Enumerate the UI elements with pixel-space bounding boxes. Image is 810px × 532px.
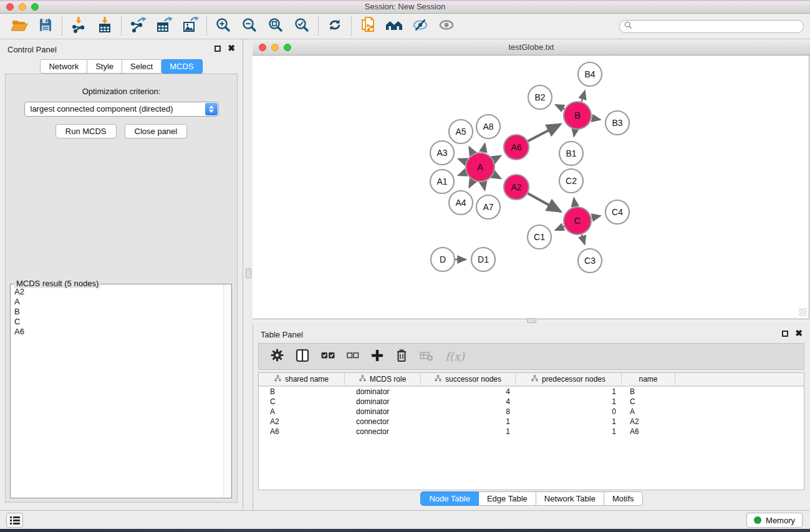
network-node-C2[interactable]: C2: [559, 169, 583, 193]
home-view-button[interactable]: [381, 15, 407, 37]
criterion-select[interactable]: largest connected component (directed): [24, 102, 219, 117]
network-node-A8[interactable]: A8: [476, 115, 500, 138]
edge-A2-C[interactable]: [528, 193, 560, 211]
column-header-MCDS-role[interactable]: MCDS role: [345, 373, 421, 385]
result-list-scrollbar[interactable]: [223, 284, 231, 498]
float-panel-icon[interactable]: [215, 46, 221, 52]
mcds-result-list[interactable]: A2ABCA6: [11, 284, 231, 498]
save-session-button[interactable]: [32, 15, 59, 37]
zoom-selected-button[interactable]: [289, 15, 315, 37]
search-box[interactable]: [619, 20, 804, 33]
add-icon[interactable]: [371, 349, 383, 364]
trash-icon[interactable]: [395, 349, 408, 365]
network-close-button[interactable]: [259, 44, 266, 51]
network-canvas[interactable]: B4B2BB3A5A8A6B1A3AA1C2A2A4A7CC4C1C3DD1: [253, 56, 809, 319]
task-history-button[interactable]: [6, 513, 23, 528]
open-session-button[interactable]: [6, 15, 32, 37]
network-node-A4[interactable]: A4: [449, 191, 473, 215]
tab-select[interactable]: Select: [122, 59, 162, 74]
column-header-name[interactable]: name: [622, 373, 675, 385]
export-image-button[interactable]: [177, 15, 203, 37]
edge-B-B1[interactable]: [574, 130, 576, 137]
delete-table-icon[interactable]: [420, 350, 433, 364]
select-all-icon[interactable]: [321, 351, 335, 363]
edge-A-A6[interactable]: [493, 156, 501, 160]
deselect-all-icon[interactable]: [347, 351, 359, 362]
edge-C-C2[interactable]: [574, 198, 575, 207]
result-item-a6[interactable]: A6: [14, 327, 231, 337]
zoom-out-button[interactable]: [236, 15, 263, 37]
network-node-C3[interactable]: C3: [578, 249, 602, 273]
edge-A-A2[interactable]: [493, 175, 501, 178]
network-node-A3[interactable]: A3: [430, 141, 454, 165]
network-node-B4[interactable]: B4: [578, 62, 602, 86]
close-panel-icon[interactable]: ✖: [228, 45, 235, 52]
tab-network[interactable]: Network: [40, 59, 87, 74]
export-network-button[interactable]: [125, 15, 151, 37]
network-node-D[interactable]: D: [431, 248, 455, 271]
clone-network-button[interactable]: [355, 15, 381, 37]
horizontal-splitter-grip[interactable]: [527, 318, 536, 323]
network-node-B1[interactable]: B1: [559, 142, 583, 165]
tab-network-table[interactable]: Network Table: [536, 491, 604, 506]
search-input[interactable]: [635, 22, 799, 31]
network-node-A7[interactable]: A7: [476, 195, 500, 219]
edge-A-A1[interactable]: [458, 173, 466, 176]
minimize-window-button[interactable]: [19, 3, 26, 11]
tab-edge-table[interactable]: Edge Table: [479, 491, 536, 506]
tab-motifs[interactable]: Motifs: [604, 491, 643, 506]
edge-A-A5[interactable]: [469, 147, 473, 154]
close-panel-button[interactable]: Close panel: [125, 124, 188, 138]
edge-C-C4[interactable]: [592, 216, 600, 218]
table-row[interactable]: A6connector11A6: [259, 427, 804, 437]
result-item-b[interactable]: B: [14, 307, 231, 317]
window-resize-grip[interactable]: [799, 308, 807, 316]
network-node-D1[interactable]: D1: [471, 248, 495, 271]
settings-gear-icon[interactable]: [271, 349, 284, 364]
hide-selected-button[interactable]: [407, 15, 433, 37]
network-node-B3[interactable]: B3: [605, 111, 629, 135]
network-maximize-button[interactable]: [284, 44, 291, 51]
column-header-successor-nodes[interactable]: successor nodes: [421, 373, 516, 385]
column-selector-icon[interactable]: [296, 349, 309, 365]
network-node-A[interactable]: A: [466, 153, 494, 181]
edge-C-C3[interactable]: [582, 235, 585, 244]
edge-A-A4[interactable]: [469, 180, 473, 187]
memory-button[interactable]: Memory: [746, 513, 803, 528]
network-node-A2[interactable]: A2: [504, 175, 529, 200]
table-row[interactable]: A2connector11A2: [259, 417, 804, 427]
edge-A-A7[interactable]: [483, 182, 485, 190]
edge-C-C1[interactable]: [556, 226, 564, 230]
edge-B-B4[interactable]: [582, 91, 585, 102]
zoom-in-button[interactable]: [210, 15, 236, 37]
maximize-window-button[interactable]: [31, 3, 39, 11]
table-row[interactable]: Cdominator41C: [259, 397, 804, 407]
import-network-button[interactable]: [65, 15, 92, 37]
edge-A6-B[interactable]: [528, 124, 561, 141]
result-item-a[interactable]: A: [14, 297, 231, 307]
result-item-c[interactable]: C: [14, 317, 231, 327]
export-table-button[interactable]: [151, 15, 177, 37]
run-mcds-button[interactable]: Run MCDS: [55, 124, 117, 138]
panel-splitter-grip[interactable]: [246, 268, 251, 278]
network-node-A1[interactable]: A1: [430, 170, 454, 193]
edge-B-B3[interactable]: [592, 118, 600, 120]
close-window-button[interactable]: [6, 3, 14, 11]
column-header-predecessor-nodes[interactable]: predecessor nodes: [516, 373, 622, 385]
network-node-C1[interactable]: C1: [528, 225, 551, 249]
refresh-button[interactable]: [322, 15, 348, 37]
tab-node-table[interactable]: Node Table: [420, 491, 479, 506]
close-table-panel-icon[interactable]: ✖: [795, 330, 803, 337]
function-builder-icon[interactable]: f(x): [445, 350, 465, 363]
network-node-B2[interactable]: B2: [528, 85, 552, 109]
network-node-C4[interactable]: C4: [605, 200, 629, 224]
tab-mcds[interactable]: MCDS: [162, 59, 202, 74]
network-node-C[interactable]: C: [564, 207, 591, 235]
column-header-shared-name[interactable]: shared name: [259, 373, 345, 385]
node-table[interactable]: shared nameMCDS rolesuccessor nodesprede…: [258, 372, 804, 490]
table-row[interactable]: Adominator80A: [259, 407, 804, 417]
zoom-fit-button[interactable]: [263, 15, 289, 37]
network-node-A5[interactable]: A5: [449, 120, 473, 143]
result-item-a2[interactable]: A2: [14, 287, 231, 297]
select-stepper-icon[interactable]: [205, 103, 218, 115]
